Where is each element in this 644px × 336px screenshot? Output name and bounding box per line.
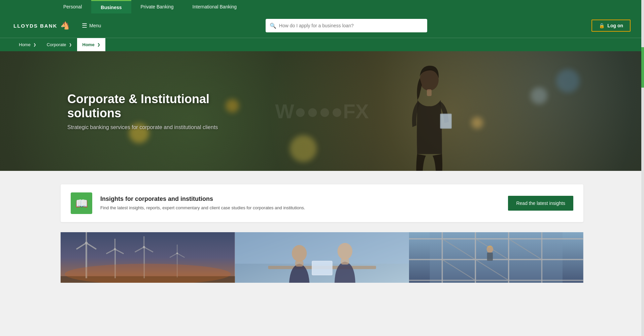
breadcrumb-corporate[interactable]: Corporate ❯ xyxy=(41,38,77,51)
article-cards xyxy=(61,232,583,283)
hero-title: Corporate & Institutional solutions xyxy=(67,92,236,120)
svg-rect-3 xyxy=(427,89,432,96)
search-area: 🔍 xyxy=(106,19,586,32)
scrollbar-thumb[interactable] xyxy=(641,47,644,88)
scrollbar-track xyxy=(641,0,644,296)
svg-point-32 xyxy=(337,243,352,259)
logo[interactable]: LLOYDS BANK 🐴 xyxy=(13,21,70,30)
bokeh-light-6 xyxy=(556,69,580,93)
insights-title: Insights for corporates and institutions xyxy=(100,195,500,203)
insights-description: Find the latest insights, reports, exper… xyxy=(100,205,500,211)
chevron-right-icon-2: ❯ xyxy=(69,43,72,47)
breadcrumb-corporate-label: Corporate xyxy=(47,42,66,47)
menu-label: Menu xyxy=(89,23,101,28)
read-insights-button[interactable]: Read the latest insights xyxy=(508,196,573,211)
breadcrumb-current[interactable]: Home ❯ xyxy=(77,38,105,51)
construction-image xyxy=(409,232,583,283)
insights-banner: 📖 Insights for corporates and institutio… xyxy=(61,184,583,222)
svg-rect-31 xyxy=(295,261,303,267)
search-input[interactable] xyxy=(279,23,423,28)
svg-rect-35 xyxy=(312,262,332,274)
breadcrumb-home-label: Home xyxy=(19,42,31,47)
bokeh-light-3 xyxy=(290,135,317,162)
card-construction[interactable] xyxy=(409,232,583,283)
nav-personal[interactable]: Personal xyxy=(54,0,91,13)
hero-banner: W●●●●FX Corporate & Institutional soluti… xyxy=(0,51,644,171)
chevron-right-icon: ❯ xyxy=(33,43,36,47)
chevron-right-icon-3: ❯ xyxy=(97,43,100,47)
svg-rect-28 xyxy=(235,232,409,264)
card-wind-energy[interactable] xyxy=(61,232,235,283)
svg-rect-2 xyxy=(441,114,451,128)
svg-rect-37 xyxy=(430,232,563,283)
site-header: LLOYDS BANK 🐴 ☰ Menu 🔍 🔒 Log on xyxy=(0,13,644,38)
menu-button[interactable]: ☰ Menu xyxy=(82,22,101,29)
nav-business[interactable]: Business xyxy=(91,0,131,13)
lock-icon: 🔒 xyxy=(599,23,605,28)
book-icon: 📖 xyxy=(75,197,88,209)
logo-horse-icon: 🐴 xyxy=(61,21,70,30)
svg-rect-33 xyxy=(341,258,349,264)
svg-rect-51 xyxy=(487,252,493,261)
insights-text-area: Insights for corporates and institutions… xyxy=(100,195,500,211)
breadcrumb-home[interactable]: Home ❯ xyxy=(13,38,41,51)
wind-turbine-image xyxy=(61,232,235,283)
hero-content: Corporate & Institutional solutions Stra… xyxy=(0,92,236,130)
nav-private-banking[interactable]: Private Banking xyxy=(131,0,183,13)
bokeh-light-4 xyxy=(531,87,547,104)
search-bar: 🔍 xyxy=(266,19,427,32)
login-label: Log on xyxy=(607,23,623,28)
hamburger-icon: ☰ xyxy=(82,22,87,29)
breadcrumb: Home ❯ Corporate ❯ Home ❯ xyxy=(0,38,644,51)
nav-international-banking[interactable]: International Banking xyxy=(183,0,246,13)
person-illustration xyxy=(392,60,466,171)
top-navigation: Personal Business Private Banking Intern… xyxy=(0,0,644,13)
card-business-meeting[interactable] xyxy=(235,232,409,283)
svg-point-30 xyxy=(292,245,307,262)
insights-icon-box: 📖 xyxy=(71,192,92,214)
hero-subtitle: Strategic banking services for corporate… xyxy=(67,124,236,130)
insights-section: 📖 Insights for corporates and institutio… xyxy=(0,171,644,296)
breadcrumb-current-label: Home xyxy=(82,42,95,47)
search-icon: 🔍 xyxy=(270,23,276,29)
login-button[interactable]: 🔒 Log on xyxy=(591,20,631,32)
hero-figure xyxy=(375,56,483,171)
business-meeting-image xyxy=(235,232,409,283)
logo-text: LLOYDS BANK xyxy=(13,23,57,29)
